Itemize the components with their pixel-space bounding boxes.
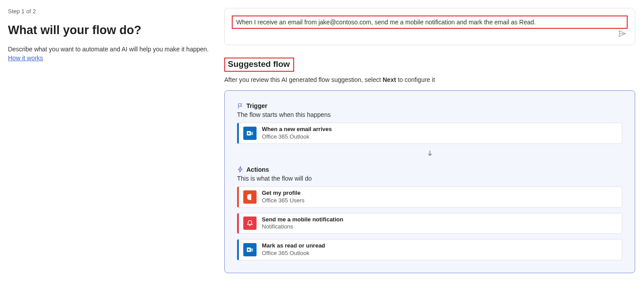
suggested-sub-suffix: to configure it [396, 76, 435, 83]
page-description: Describe what you want to automate and A… [8, 45, 210, 54]
arrow-down-icon [237, 149, 622, 157]
prompt-box[interactable]: When I receive an email from jake@contos… [224, 8, 635, 45]
page-title: What will your flow do? [8, 23, 210, 37]
svg-rect-1 [251, 132, 253, 135]
suggested-sub-bold: Next [383, 76, 396, 83]
flag-icon [237, 103, 244, 109]
suggested-sub-prefix: After you review this AI generated flow … [224, 76, 383, 83]
svg-rect-4 [251, 248, 253, 251]
outlook-icon [243, 127, 257, 140]
action-connector: Notifications [262, 223, 343, 231]
prompt-highlight: When I receive an email from jake@contos… [232, 15, 628, 29]
trigger-title: When a new email arrives [262, 126, 332, 133]
action-title: Get my profile [262, 189, 305, 197]
action-card[interactable]: Mark as read or unread Office 365 Outloo… [237, 239, 622, 260]
trigger-sublabel: The flow starts when this happens [237, 111, 622, 118]
how-it-works-link[interactable]: How it works [8, 54, 43, 62]
suggested-subtext: After you review this AI generated flow … [224, 76, 635, 83]
left-panel: Step 1 of 2 What will your flow do? Desc… [0, 0, 219, 290]
trigger-card[interactable]: When a new email arrives Office 365 Outl… [237, 123, 622, 144]
trigger-section-header: Trigger [237, 102, 622, 109]
svg-point-2 [248, 132, 250, 134]
suggested-heading: Suggested flow [228, 59, 290, 69]
flow-card: Trigger The flow starts when this happen… [224, 90, 635, 273]
step-indicator: Step 1 of 2 [8, 8, 210, 15]
action-connector: Office 365 Outlook [262, 250, 325, 257]
outlook-icon [243, 243, 257, 256]
lightning-icon [237, 166, 244, 173]
right-panel: When I receive an email from jake@contos… [219, 0, 644, 290]
send-button[interactable] [616, 28, 629, 40]
suggested-heading-highlight: Suggested flow [224, 58, 294, 72]
action-connector: Office 365 Users [262, 197, 305, 205]
trigger-connector: Office 365 Outlook [262, 133, 332, 141]
svg-point-5 [248, 249, 250, 251]
action-title: Send me a mobile notification [262, 216, 343, 224]
prompt-input[interactable]: When I receive an email from jake@contos… [236, 19, 536, 26]
actions-sublabel: This is what the flow will do [237, 175, 622, 182]
action-card[interactable]: Get my profile Office 365 Users [237, 186, 622, 208]
send-icon [618, 29, 627, 39]
trigger-label: Trigger [246, 102, 267, 109]
actions-label: Actions [246, 166, 269, 173]
action-card[interactable]: Send me a mobile notification Notificati… [237, 213, 622, 234]
actions-section-header: Actions [237, 166, 622, 173]
office-icon [243, 190, 257, 204]
bell-icon [243, 217, 257, 230]
action-title: Mark as read or unread [262, 242, 325, 250]
